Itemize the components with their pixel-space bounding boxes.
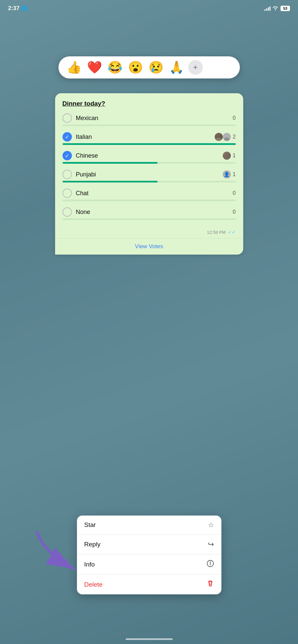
poll-avatars-italian [215, 133, 231, 141]
poll-bar-italian [62, 143, 236, 145]
poll-count-none: 0 [233, 209, 236, 215]
poll-option-label-chat: Chat [76, 190, 89, 197]
battery-indicator: 53 [281, 6, 290, 11]
poll-option-punjabi[interactable]: Punjabi 👤 1 [62, 170, 236, 182]
reaction-cry[interactable]: 😢 [146, 60, 166, 75]
star-icon: ☆ [208, 521, 214, 529]
reply-icon: ↩ [208, 540, 214, 549]
trash-icon [207, 580, 214, 589]
arrow-annotation [27, 525, 94, 577]
poll-read-ticks: ✓✓ [228, 229, 236, 235]
reaction-wow[interactable]: 😮 [126, 60, 145, 75]
poll-bar-fill-chinese [62, 162, 158, 164]
poll-avatar-italian-1 [215, 133, 223, 141]
view-votes-button[interactable]: View Votes [55, 238, 243, 255]
poll-bar-mexican [62, 124, 236, 126]
wifi-icon [272, 6, 279, 11]
context-menu-item-star[interactable]: Star ☆ [77, 516, 221, 535]
poll-option-chinese[interactable]: ✓ Chinese 1 [62, 151, 236, 164]
poll-option-chat[interactable]: Chat 0 [62, 189, 236, 201]
poll-bar-chinese [62, 162, 236, 164]
poll-avatars-punjabi: 👤 [223, 170, 231, 178]
context-menu-item-reply[interactable]: Reply ↩ [77, 535, 221, 554]
context-menu-item-info[interactable]: Info [77, 554, 221, 575]
poll-avatar-punjabi-1: 👤 [223, 170, 231, 178]
signal-bar-2 [266, 8, 267, 11]
poll-radio-none[interactable] [62, 207, 72, 217]
reaction-heart[interactable]: ❤️ [85, 60, 104, 75]
poll-title: Dinner today? [62, 100, 236, 107]
context-menu: Star ☆ Reply ↩ Info Delete [77, 516, 221, 594]
poll-option-label-punjabi: Punjabi [76, 171, 96, 178]
context-item-label-delete: Delete [84, 581, 103, 588]
home-indicator [126, 638, 173, 640]
poll-count-punjabi: 1 [233, 171, 236, 177]
poll-option-label-none: None [76, 209, 90, 216]
poll-option-label-mexican: Mexican [76, 115, 98, 122]
poll-option-italian[interactable]: ✓ Italian 2 [62, 132, 236, 145]
poll-bar-chat [62, 200, 236, 201]
poll-option-label-chinese: Chinese [76, 152, 98, 159]
poll-option-none[interactable]: None 0 [62, 207, 236, 220]
poll-radio-chinese[interactable]: ✓ [62, 151, 72, 160]
reaction-bar[interactable]: 👍 ❤️ 😂 😮 😢 🙏 + [58, 56, 240, 78]
signal-bar-4 [269, 6, 270, 11]
svg-point-3 [210, 562, 211, 562]
poll-bar-punjabi [62, 181, 236, 182]
globe-icon: 🌐 [21, 5, 28, 11]
poll-avatars-chinese [223, 152, 231, 160]
poll-count-chat: 0 [233, 190, 236, 196]
poll-avatar-chinese-1 [223, 152, 231, 160]
status-bar: 2:37 🌐 53 [0, 0, 298, 17]
poll-radio-mexican[interactable] [62, 113, 72, 123]
poll-avatar-italian-2 [223, 133, 231, 141]
poll-bar-fill-punjabi [62, 181, 158, 182]
poll-timestamp: 12:58 PM [207, 230, 226, 235]
info-icon [207, 560, 214, 569]
status-time: 2:37 🌐 [8, 5, 28, 12]
poll-count-mexican: 0 [233, 115, 236, 121]
poll-bar-fill-italian [62, 143, 236, 145]
poll-count-italian: 2 [233, 134, 236, 140]
reaction-pray[interactable]: 🙏 [167, 60, 186, 75]
plus-icon: + [193, 63, 198, 72]
poll-option-label-italian: Italian [76, 133, 92, 141]
clock: 2:37 [8, 5, 19, 12]
poll-count-chinese: 1 [233, 153, 236, 159]
reaction-thumbs-up[interactable]: 👍 [65, 60, 84, 75]
reaction-laugh[interactable]: 😂 [105, 60, 125, 75]
arrow-svg [27, 525, 94, 576]
poll-footer: 12:58 PM ✓✓ [62, 226, 236, 238]
poll-option-mexican[interactable]: Mexican 0 [62, 113, 236, 126]
svg-line-5 [211, 583, 211, 585]
poll-bar-none [62, 218, 236, 220]
reaction-more-button[interactable]: + [188, 60, 203, 75]
svg-line-4 [210, 583, 210, 585]
poll-radio-punjabi[interactable] [62, 170, 72, 179]
status-icons: 53 [264, 6, 290, 11]
poll-bubble: Dinner today? Mexican 0 ✓ Italian [55, 93, 243, 255]
context-menu-item-delete[interactable]: Delete [77, 575, 221, 594]
signal-bar-1 [264, 9, 265, 11]
poll-radio-italian[interactable]: ✓ [62, 132, 72, 142]
signal-bar-3 [268, 7, 269, 11]
signal-bars [264, 6, 270, 11]
poll-radio-chat[interactable] [62, 189, 72, 198]
